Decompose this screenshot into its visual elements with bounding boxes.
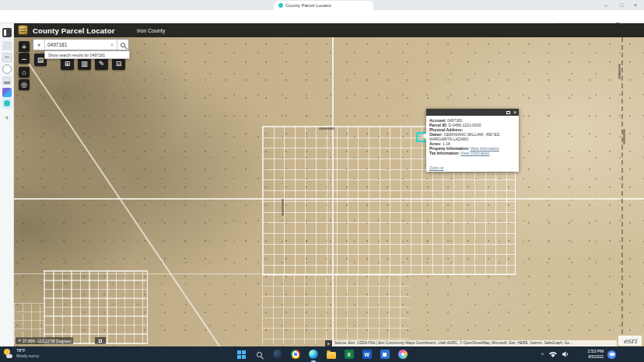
chrome-button[interactable] <box>290 346 300 362</box>
task-view-icon <box>273 350 282 359</box>
draw-button[interactable]: ✎ <box>95 57 108 70</box>
popup-body: Account: 0497181 Parcel ID: D-0456-1221-… <box>426 116 519 157</box>
popup-row: Owner: GEMINIANO WILLIAM; ;REYES MARGARI… <box>429 132 516 141</box>
search-source-dropdown[interactable]: ▾ <box>33 40 45 50</box>
clock-time: 2:53 PM <box>588 349 604 354</box>
dashed-road-line <box>621 37 623 342</box>
map-road-label <box>618 64 621 79</box>
active-tab-item[interactable] <box>2 98 12 109</box>
vertical-tabs-toggle-icon[interactable] <box>2 28 12 37</box>
weather-widget[interactable]: 78°F Mostly sunny <box>4 348 39 358</box>
map-canvas[interactable]: + – ⌂ ◎ ▤ ⊞ ▥ ✎ ⊟ ▾ × Show search result… <box>14 37 644 346</box>
basemap-button[interactable]: ⊞ <box>61 57 74 70</box>
weather-temp: 78°F <box>16 348 39 353</box>
task-view-button[interactable] <box>272 346 282 362</box>
home-button[interactable]: ⌂ <box>19 67 30 78</box>
search-widget: ▾ × <box>33 39 129 50</box>
vertical-tabs-sidebar: + <box>0 23 14 346</box>
parcel-info-popup: × Account: 0497181 Parcel ID: D-0456-122… <box>426 109 519 172</box>
zoom-in-button[interactable]: + <box>19 41 30 52</box>
word-icon: W <box>362 350 372 359</box>
taskbar-search-button[interactable] <box>254 346 264 362</box>
tab-favicon-item[interactable] <box>2 41 12 50</box>
new-tab-button[interactable]: + <box>2 113 12 123</box>
edge-icon <box>309 350 318 359</box>
taskbar-clock[interactable]: 2:53 PM 8/5/2022 <box>588 349 604 359</box>
notification-chat-icon[interactable] <box>607 350 616 359</box>
windows-taskbar: 78°F Mostly sunny X W ^ 2:53 PM 8/5/2022 <box>0 346 644 362</box>
wifi-icon[interactable] <box>549 351 557 357</box>
map-road-label <box>282 199 284 216</box>
tab-favicon-item[interactable] <box>2 64 12 74</box>
search-suggestion-item[interactable]: Show search results for 0497181 <box>44 50 130 59</box>
windows-logo-icon <box>237 350 246 359</box>
popup-dock-icon[interactable] <box>506 111 510 114</box>
desktop-screen: County Parcel Locator – □ × ← ↻ https://… <box>0 0 644 362</box>
window-maximize-button[interactable]: □ <box>614 0 628 10</box>
volume-icon[interactable] <box>562 351 569 357</box>
attribution-collapse-button[interactable]: ▸ <box>325 340 332 346</box>
file-explorer-icon <box>327 352 336 359</box>
coordinates-text: 37.80N -113.127W Degrees <box>23 339 71 343</box>
bookmarks-button[interactable]: ▥ <box>78 57 91 70</box>
popup-tail <box>422 133 426 139</box>
search-icon <box>121 43 125 47</box>
browser-toolbar: ← ↻ https://irongis.maps.arcgis.com/apps… <box>0 10 644 23</box>
zoom-out-button[interactable]: – <box>19 53 30 64</box>
start-button[interactable] <box>236 346 247 362</box>
tray-chevron-icon[interactable]: ^ <box>541 352 544 357</box>
crosshair-icon: + <box>18 337 21 344</box>
map-road-label <box>319 127 334 130</box>
tab-favicon-item[interactable] <box>2 76 12 85</box>
county-seal-logo <box>18 25 28 35</box>
tab-favicon-item[interactable] <box>2 88 12 97</box>
browser-tab[interactable]: County Parcel Locator <box>274 1 373 10</box>
locate-button[interactable]: ◎ <box>19 79 30 90</box>
search-clear-icon[interactable]: × <box>107 40 117 50</box>
popup-row: Tax Information: View Information <box>429 151 516 155</box>
weather-condition: Mostly sunny <box>16 353 39 358</box>
coordinates-options-icon <box>99 339 102 343</box>
app-header: County Parcel Locator Iron County <box>14 23 644 37</box>
tab-favicon-icon <box>278 3 283 8</box>
print-button[interactable]: ⊟ <box>112 57 125 70</box>
coordinates-widget[interactable]: + 37.80N -113.127W Degrees <box>16 337 73 344</box>
app-region-label: Iron County <box>137 28 165 33</box>
clock-date: 8/5/2022 <box>588 354 604 359</box>
system-tray: ^ <box>541 346 569 362</box>
road-line <box>332 37 334 346</box>
tab-favicon-item[interactable] <box>2 53 12 62</box>
search-input[interactable] <box>45 40 107 50</box>
road-line <box>14 273 516 274</box>
map-attribution: Source: Esri, USDA FSA | Esri Community … <box>332 340 617 346</box>
tab-title: County Parcel Locator <box>285 3 331 8</box>
app-title: County Parcel Locator <box>33 26 115 35</box>
search-icon <box>257 352 262 357</box>
file-explorer-button[interactable] <box>326 346 336 362</box>
edge-button[interactable] <box>308 346 318 362</box>
app-button[interactable] <box>380 346 390 362</box>
paint-icon <box>398 350 408 359</box>
popup-close-icon[interactable]: × <box>513 109 516 116</box>
taskbar-icons: X W <box>236 346 408 362</box>
active-tab-favicon-icon <box>4 100 10 106</box>
coordinates-options-button[interactable] <box>95 337 106 344</box>
popup-title-bar: × <box>426 109 519 116</box>
chrome-icon <box>291 350 300 359</box>
popup-footer: Zoom to ... <box>429 165 516 170</box>
excel-icon: X <box>345 350 354 359</box>
weather-icon <box>4 349 13 358</box>
word-button[interactable]: W <box>362 346 372 362</box>
paint-button[interactable] <box>397 346 408 362</box>
window-minimize-button[interactable]: – <box>599 0 613 10</box>
tax-information-link[interactable]: View Information <box>460 151 489 155</box>
parcel-grid <box>44 270 148 344</box>
excel-button[interactable]: X <box>344 346 354 362</box>
popup-more-icon[interactable]: ... <box>509 165 516 170</box>
zoom-to-link[interactable]: Zoom to <box>429 165 443 170</box>
esri-logo: esri <box>618 336 642 346</box>
window-close-button[interactable]: × <box>628 0 642 10</box>
search-button[interactable] <box>117 40 128 50</box>
parcel-grid <box>262 275 410 344</box>
map-road-label <box>623 129 625 144</box>
